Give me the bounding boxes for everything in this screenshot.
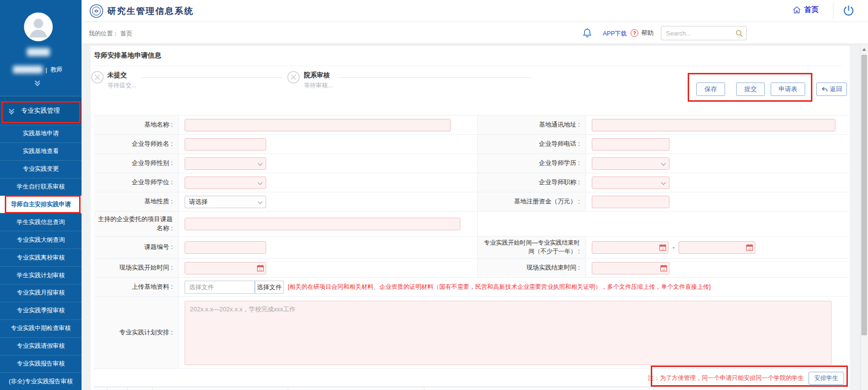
save-button[interactable]: 保存 xyxy=(696,83,725,96)
search-icon[interactable] xyxy=(735,29,744,40)
svg-text:12: 12 xyxy=(662,268,665,271)
sidebar-item[interactable]: 专业实践季报审核 xyxy=(0,302,82,319)
sidebar-section-practice-management[interactable]: 专业实践管理 xyxy=(0,96,82,125)
practice-end-date-input[interactable] xyxy=(679,241,755,254)
sidebar-item[interactable]: 专业实践离校审核 xyxy=(0,248,82,266)
breadcrumb-prefix: 我的位置： xyxy=(89,30,119,37)
sidebar-item[interactable]: 学生自行联系审核 xyxy=(0,178,82,196)
step-status-circle-x-icon xyxy=(91,71,104,83)
chevron-down-icon xyxy=(661,161,666,165)
project-name-input[interactable] xyxy=(185,218,460,230)
profile-collapse-chevron-icon[interactable] xyxy=(35,79,41,86)
field-label-base-capital: 基地注册资金（万元） : xyxy=(478,192,586,212)
empty-cell xyxy=(478,212,849,236)
power-icon xyxy=(842,4,855,17)
submit-button[interactable]: 提交 xyxy=(736,83,765,96)
sidebar-item[interactable]: 专业实践变更 xyxy=(0,160,82,178)
step-label: 未提交 xyxy=(107,71,136,80)
step-unsubmitted: 未提交 等待提交... xyxy=(107,71,136,90)
calendar-icon[interactable]: 12 xyxy=(746,244,753,253)
calendar-icon[interactable]: 12 xyxy=(257,265,264,273)
avatar xyxy=(24,12,53,41)
breadcrumb: 我的位置： 首页 xyxy=(89,30,132,38)
step-connector-line xyxy=(141,77,282,78)
table-column-divider xyxy=(424,387,650,390)
table-column-divider xyxy=(128,387,153,390)
mentor-degree-select[interactable] xyxy=(185,177,266,189)
sidebar-item-active[interactable]: 导师自主安排实践申请 xyxy=(0,196,82,213)
arrange-students-row: 注：为了方便管理，同一个申请只能安排同一个学院的学生 安排学生 xyxy=(94,368,849,388)
question-circle-icon: ? xyxy=(631,29,638,37)
mentor-gender-select[interactable] xyxy=(185,157,266,170)
step-status: 等待审核... xyxy=(304,82,332,90)
app-title: 研究生管理信息系统 xyxy=(107,5,194,17)
mentor-title-select[interactable] xyxy=(592,177,669,189)
calendar-icon[interactable]: 12 xyxy=(659,244,666,253)
base-type-selected-value: 请选择 xyxy=(189,198,208,206)
arrange-students-button[interactable]: 安排学生 xyxy=(809,372,844,385)
field-label-upload: 上传基地资料 : xyxy=(94,278,179,297)
base-type-select[interactable]: 请选择 xyxy=(185,196,266,208)
field-label-project-name: 主持的企业委托的项目课题名称 : xyxy=(94,212,179,236)
sidebar-item[interactable]: 专业实践中期检查审核 xyxy=(0,319,82,337)
onsite-start-date-input[interactable] xyxy=(185,262,266,274)
page-scroll-up-arrow[interactable] xyxy=(862,48,866,51)
base-name-input[interactable] xyxy=(185,119,451,131)
sidebar-item[interactable]: 专业实践请假审核 xyxy=(0,337,82,355)
help-link[interactable]: ? 帮助 xyxy=(631,29,654,37)
field-label-practice-period: 专业实践开始时间—专业实践结束时间（不少于一年） : xyxy=(478,236,586,259)
field-label-mentor-name: 企业导师姓名 : xyxy=(94,135,179,154)
sidebar-item[interactable]: 实践基地查看 xyxy=(0,142,82,160)
chevron-down-icon xyxy=(9,107,15,114)
field-label-mentor-degree: 企业导师学位 : xyxy=(94,173,179,192)
sidebar-item[interactable]: 专业实践报告审核 xyxy=(0,355,82,373)
practice-start-date-input[interactable] xyxy=(592,241,669,254)
back-button-label: 返回 xyxy=(830,83,843,95)
mentor-phone-input[interactable] xyxy=(592,138,669,151)
sidebar-item[interactable]: 学生实践计划审核 xyxy=(0,266,82,284)
table-column-divider xyxy=(107,387,128,390)
practice-plan-textarea[interactable] xyxy=(185,301,832,365)
project-no-input[interactable] xyxy=(185,241,266,254)
logout-button[interactable] xyxy=(842,4,855,19)
user-id-redacted xyxy=(13,66,43,73)
base-capital-input[interactable] xyxy=(592,196,669,208)
step-status-circle-x-icon xyxy=(287,71,300,83)
back-button[interactable]: 返回 xyxy=(816,83,847,96)
person-icon xyxy=(24,12,53,41)
choose-file-button[interactable]: 选择文件 xyxy=(255,281,283,293)
sidebar-item[interactable]: 实践基地申请 xyxy=(0,125,82,142)
notifications-button[interactable] xyxy=(582,27,593,40)
field-label-onsite-end: 现场实践结束时间 : xyxy=(478,259,586,278)
step-label: 院系审核 xyxy=(304,71,332,80)
table-column-divider xyxy=(94,387,107,390)
search-input[interactable] xyxy=(661,26,746,40)
application-form-button[interactable]: 申请表 xyxy=(771,83,805,96)
sidebar-item[interactable]: 学生实践信息查询 xyxy=(0,213,82,231)
page-scrollbar-thumb[interactable] xyxy=(861,55,867,335)
header-divider xyxy=(833,3,833,19)
svg-text:12: 12 xyxy=(259,268,262,271)
onsite-end-date-input[interactable] xyxy=(592,262,669,274)
bell-icon xyxy=(582,27,593,38)
upload-requirements-note: [相关的在研项目合同和相关材料、企业资质的证明材料（国有不需要，民营和高新技术企… xyxy=(288,283,711,291)
step-status: 等待提交... xyxy=(107,82,136,90)
sidebar-item[interactable]: 专业实践大纲查询 xyxy=(0,231,82,248)
base-address-input[interactable] xyxy=(592,119,835,131)
calendar-icon[interactable]: 12 xyxy=(660,265,667,273)
breadcrumb-current[interactable]: 首页 xyxy=(120,30,132,37)
mentor-name-input[interactable] xyxy=(185,138,266,151)
toolbar: 我的位置： 首页 APP下载 ? 帮助 xyxy=(82,22,868,44)
student-table-cutoff xyxy=(94,387,849,390)
app-download-link[interactable]: APP下载 xyxy=(603,30,627,38)
step-department-review: 院系审核 等待审核... xyxy=(304,71,332,90)
sidebar-item[interactable]: (非全)专业实践报告审核 xyxy=(0,372,82,390)
field-label-onsite-start: 现场实践开始时间 : xyxy=(94,259,179,278)
arrange-note: 注：为了方便管理，同一个申请只能安排同一个学院的学生 xyxy=(648,374,804,382)
file-upload-control[interactable]: 选择文件 选择文件 xyxy=(185,281,284,294)
sidebar-item[interactable]: 专业实践月报审核 xyxy=(0,284,82,302)
field-label-base-name: 基地名称 : xyxy=(94,116,179,135)
mentor-education-select[interactable] xyxy=(592,157,669,170)
application-form: 基地名称 : 基地通讯地址 : 企业导师姓名 : 企业导师电话 : 企业导师性别… xyxy=(94,115,849,369)
home-link[interactable]: 首页 xyxy=(792,5,819,14)
